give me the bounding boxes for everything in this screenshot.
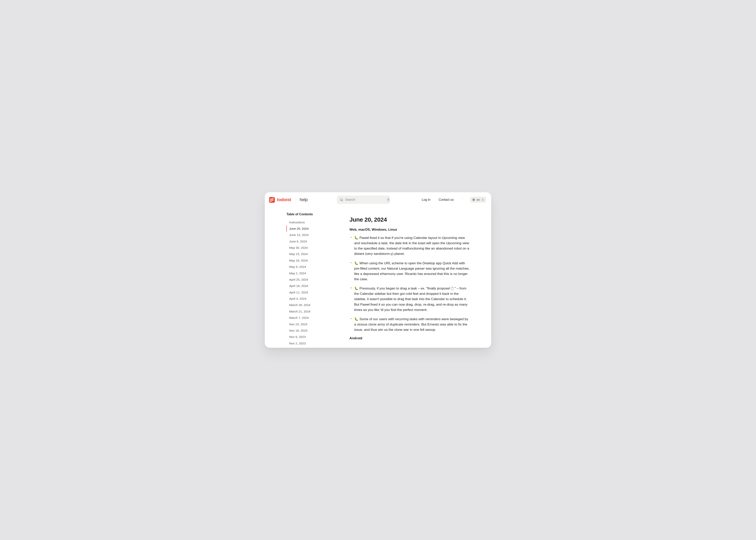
toc-item[interactable]: Nov 16, 2023 [286,327,338,334]
toc-list: InstructionsJune 20, 2024June 13, 2024Ju… [286,219,338,346]
search-box[interactable] [337,196,390,204]
article-title: June 20, 2024 [350,216,470,223]
platform-heading: Android [350,336,470,340]
toc-item[interactable]: April 11, 2024 [286,289,338,295]
toc-item[interactable]: March 7, 2024 [286,315,338,321]
toc-item[interactable]: May 23, 2024 [286,251,338,257]
toc-item[interactable]: April 18, 2024 [286,283,338,289]
changelog-list: 🐛 Paweł fixed it so that if you're using… [350,235,470,333]
contact-link[interactable]: Contact us [439,198,454,202]
toc-item[interactable]: May 9, 2024 [286,264,338,270]
arrow-right-icon [387,198,390,201]
search-icon [340,198,343,202]
toc-item[interactable]: June 20, 2024 [286,225,338,232]
login-link[interactable]: Log in [422,198,430,202]
search-input[interactable] [345,198,385,202]
globe-icon [472,199,475,201]
body: Table of Contents InstructionsJune 20, 2… [265,207,491,348]
toc-item[interactable]: May 30, 2024 [286,245,338,251]
toc-item[interactable]: March 28, 2024 [286,302,338,308]
toc-item[interactable]: May 2, 2024 [286,270,338,276]
topbar: todoist help Log in Contact us en [265,192,491,207]
toc-item[interactable]: April 25, 2024 [286,276,338,283]
changelog-item: 🐛 Paweł fixed it so that if you're using… [354,235,470,257]
help-label[interactable]: help [300,197,308,202]
brand-name: todoist [277,197,291,202]
app-window: todoist help Log in Contact us en [265,192,491,348]
search-submit-button[interactable] [387,197,390,202]
changelog-item: 🐛 When using the URL scheme to open the … [354,261,470,282]
toc-title: Table of Contents [286,212,338,216]
toc-item[interactable]: May 16, 2024 [286,257,338,263]
article-content: June 20, 2024 Web, macOS, Windows, Linux… [342,207,491,348]
platform-heading: Web, macOS, Windows, Linux [350,228,470,232]
toc-item[interactable]: June 13, 2024 [286,232,338,238]
changelog-item: 🐛 Previously, if you began to drag a tas… [354,286,470,313]
todoist-logo-icon [269,197,275,203]
sidebar: Table of Contents InstructionsJune 20, 2… [265,207,342,348]
svg-point-1 [340,199,342,201]
language-picker[interactable]: en [470,197,486,203]
toc-item[interactable]: Nov 2, 2023 [286,340,338,346]
chevrons-up-down-icon [481,199,484,201]
toc-item[interactable]: March 21, 2024 [286,308,338,315]
language-label: en [477,198,480,201]
toc-item[interactable]: Nov 23, 2023 [286,321,338,327]
brand-link[interactable]: todoist [269,197,291,203]
changelog-item: 🐛 Some of our users with recurring tasks… [354,317,470,333]
toc-item[interactable]: Nov 9, 2023 [286,334,338,340]
toc-item[interactable]: April 4, 2024 [286,296,338,302]
toc-item[interactable]: June 6, 2024 [286,238,338,244]
toc-item[interactable]: Instructions [286,219,338,225]
